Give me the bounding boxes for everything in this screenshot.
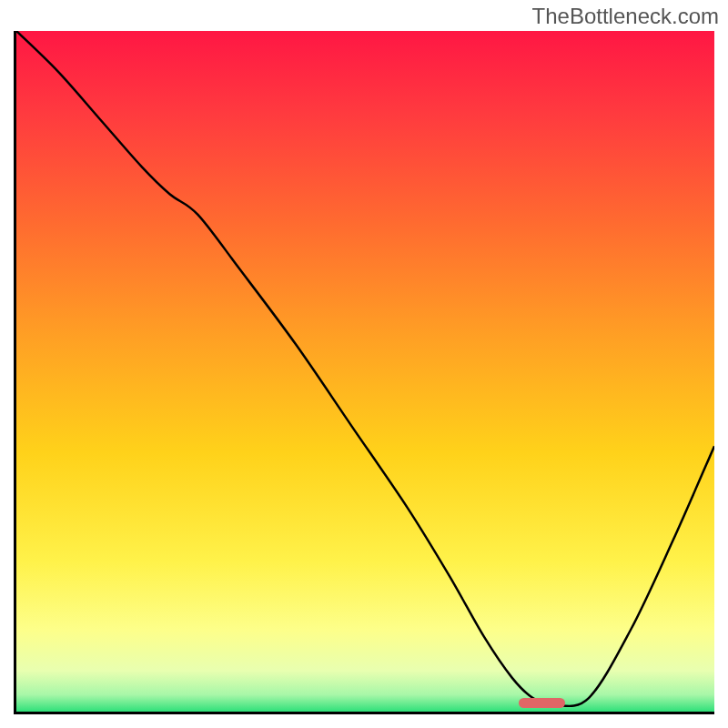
plot-area [14, 31, 714, 714]
chart-container: TheBottleneck.com [0, 0, 728, 728]
gradient-background [16, 31, 714, 712]
optimal-range-marker [519, 698, 564, 708]
watermark-text: TheBottleneck.com [532, 4, 719, 29]
svg-rect-0 [16, 31, 714, 712]
